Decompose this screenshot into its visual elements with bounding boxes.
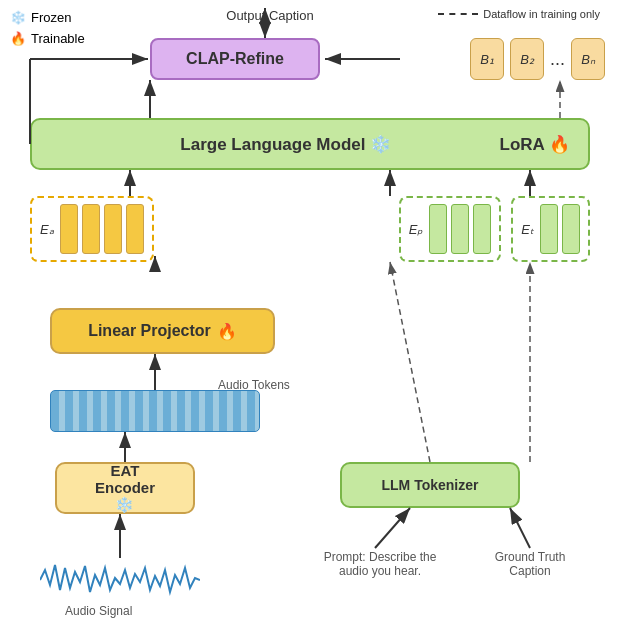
et-label: Eₜ	[521, 222, 534, 237]
svg-line-13	[390, 262, 430, 462]
svg-line-16	[510, 508, 530, 548]
et-group: Eₜ	[511, 196, 590, 262]
ep-bar-1	[429, 204, 447, 254]
ea-label: Eₐ	[40, 222, 54, 237]
clap-refine-box: CLAP-Refine	[150, 38, 320, 80]
dashed-legend: Dataflow in training only	[438, 8, 600, 20]
embeddings-row: Eₐ Eₚ Eₜ	[30, 196, 590, 262]
ea-bar-4	[126, 204, 144, 254]
ep-bar-2	[451, 204, 469, 254]
trainable-icon: 🔥	[10, 29, 26, 50]
eat-encoder-label: EATEncoder	[95, 462, 155, 496]
audio-tokens-block	[50, 390, 260, 432]
dashed-line-sample	[438, 13, 478, 15]
llm-label: Large Language Model ❄️	[32, 134, 500, 155]
ep-group: Eₚ	[399, 196, 502, 262]
dashed-legend-label: Dataflow in training only	[483, 8, 600, 20]
legend: ❄️ Frozen 🔥 Trainable	[10, 8, 85, 50]
eat-encoder-box: EATEncoder ❄️	[55, 462, 195, 514]
b-dots: ...	[550, 49, 565, 70]
ea-bar-1	[60, 204, 78, 254]
trainable-label: Trainable	[31, 29, 85, 50]
ea-group: Eₐ	[30, 196, 154, 262]
frozen-label: Frozen	[31, 8, 71, 29]
ep-et-container: Eₚ Eₜ	[399, 196, 590, 262]
svg-line-15	[375, 508, 410, 548]
ep-bar-3	[473, 204, 491, 254]
ea-bar-3	[104, 204, 122, 254]
diagram: ❄️ Frozen 🔥 Trainable Dataflow in traini…	[0, 0, 620, 644]
ep-label: Eₚ	[409, 222, 424, 237]
eat-encoder-icon: ❄️	[95, 496, 155, 514]
b1-box: B₁	[470, 38, 504, 80]
b2-box: B₂	[510, 38, 544, 80]
trainable-legend-item: 🔥 Trainable	[10, 29, 85, 50]
bn-box: Bₙ	[571, 38, 605, 80]
lora-label: LoRA 🔥	[500, 134, 588, 155]
output-caption-label: Output Caption	[220, 8, 320, 23]
llm-box: Large Language Model ❄️ LoRA 🔥	[30, 118, 590, 170]
llm-tokenizer-box: LLM Tokenizer	[340, 462, 520, 508]
linear-projector-box: Linear Projector 🔥	[50, 308, 275, 354]
ground-truth-label: Ground Truth Caption	[480, 550, 580, 578]
et-bar-1	[540, 204, 558, 254]
frozen-icon: ❄️	[10, 8, 26, 29]
et-bar-2	[562, 204, 580, 254]
linear-projector-icon: 🔥	[217, 322, 237, 341]
llm-tokenizer-label: LLM Tokenizer	[382, 477, 479, 493]
frozen-legend-item: ❄️ Frozen	[10, 8, 85, 29]
prompt-label: Prompt: Describe the audio you hear.	[320, 550, 440, 578]
ea-bar-2	[82, 204, 100, 254]
b-boxes-group: B₁ B₂ ... Bₙ	[470, 38, 605, 80]
audio-signal-waveform	[40, 560, 200, 600]
clap-refine-label: CLAP-Refine	[186, 50, 284, 68]
linear-projector-label: Linear Projector	[88, 322, 211, 340]
audio-signal-label: Audio Signal	[65, 604, 132, 618]
